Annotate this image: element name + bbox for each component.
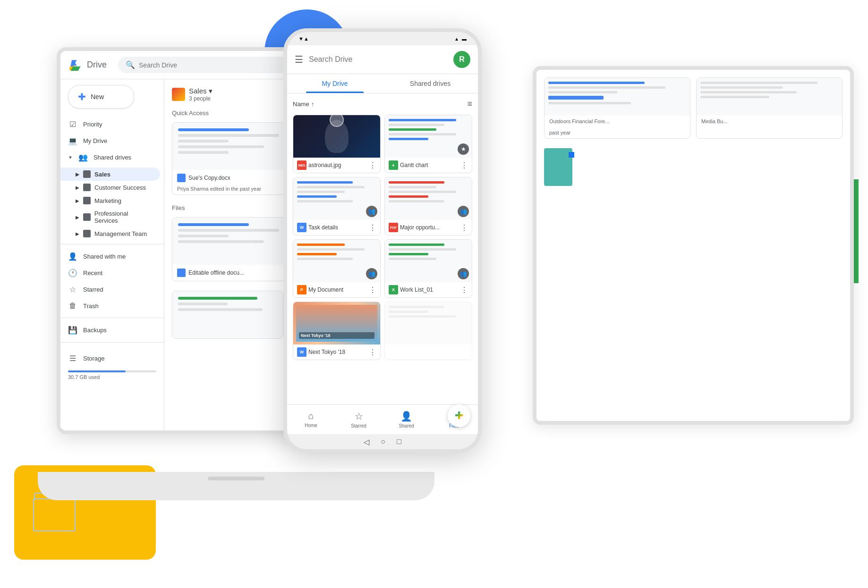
- phone-tabs: My Drive Shared drives: [287, 74, 478, 93]
- file-line: [178, 145, 264, 148]
- file-line: [178, 308, 263, 311]
- ps-folder-icon: [83, 213, 91, 221]
- expand-cs-icon: ▶: [76, 185, 79, 190]
- sidebar-item-trash[interactable]: 🗑 Trash: [60, 298, 160, 314]
- worklist-name: Work List_01: [400, 286, 459, 293]
- tokyo-thumb: Next Tokyo '18: [293, 302, 380, 344]
- file-card-task-details[interactable]: 👥 W Task details ⋮: [293, 177, 381, 235]
- task-more-icon[interactable]: ⋮: [369, 223, 376, 232]
- file-card-bottom[interactable]: [172, 291, 283, 339]
- lr-file-meta: past year: [545, 127, 690, 138]
- mydoc-more-icon[interactable]: ⋮: [369, 286, 376, 294]
- editable-name: Editable offline docu...: [188, 269, 280, 276]
- tab-my-drive[interactable]: My Drive: [287, 74, 383, 93]
- hamburger-menu-icon[interactable]: ☰: [295, 54, 303, 65]
- sidebar-item-sales[interactable]: ▶ Sales: [60, 168, 160, 181]
- shared-nav-icon: 👤: [400, 411, 412, 422]
- ppt-icon: P: [297, 285, 306, 294]
- list-view-icon[interactable]: ≡: [467, 99, 472, 109]
- drive-search-bar[interactable]: 🔍: [118, 57, 307, 73]
- avatar-button[interactable]: R: [453, 51, 470, 68]
- my-drive-icon: 💻: [68, 136, 77, 145]
- sidebar: ✚ New ☑ Priority 💻 My Drive ▼ 👥 Sha: [60, 79, 164, 430]
- astronaut-more-icon[interactable]: ⋮: [369, 161, 376, 170]
- sort-label: Name: [293, 101, 309, 108]
- file-card-work-list[interactable]: 👥 X Work List_01 ⋮: [384, 239, 472, 298]
- starred-icon: ☆: [68, 285, 77, 294]
- sidebar-item-marketing[interactable]: ▶ Marketing: [60, 194, 160, 207]
- phone-search-input[interactable]: [309, 55, 448, 64]
- tab-shared-drives[interactable]: Shared drives: [383, 74, 478, 93]
- sidebar-item-backups[interactable]: 💾 Backups: [60, 322, 160, 338]
- wifi-icon: ▲: [454, 36, 459, 42]
- drive-logo-icon: [68, 58, 83, 73]
- sidebar-item-priority[interactable]: ☑ Priority: [60, 116, 160, 133]
- file-line: [178, 140, 229, 143]
- mt-folder-icon: [83, 230, 91, 237]
- people-count: 3 people: [189, 95, 213, 102]
- sidebar-item-starred[interactable]: ☆ Starred: [60, 281, 160, 298]
- major-more-icon[interactable]: ⋮: [460, 223, 468, 232]
- file-line: [178, 240, 264, 243]
- sidebar-item-management-team[interactable]: ▶ Management Team: [60, 227, 160, 240]
- file-line: [178, 134, 279, 137]
- fab-icon: ✚: [455, 410, 463, 422]
- fab-button[interactable]: ✚: [448, 404, 470, 427]
- star-badge: ★: [458, 143, 469, 155]
- recents-gesture-icon[interactable]: □: [397, 437, 401, 446]
- backups-label: Backups: [83, 327, 107, 334]
- tokyo-label: Next Tokyo '18: [299, 332, 374, 339]
- sidebar-item-professional-services[interactable]: ▶ Professional Services: [60, 207, 160, 227]
- tokyo-file-info: W Next Tokyo '18 ⋮: [293, 344, 380, 360]
- file-card-astronaut[interactable]: IMG astronaut.jpg ⋮: [293, 115, 381, 173]
- nav-item-starred[interactable]: ☆ Starred: [335, 409, 383, 430]
- expand-ps-icon: ▶: [76, 215, 79, 220]
- storage-bar-fill: [68, 370, 126, 372]
- file-card-gantt[interactable]: ★ + Gantt chart ⋮: [384, 115, 472, 173]
- task-name: Task details: [308, 224, 367, 231]
- task-file-info: W Task details ⋮: [293, 220, 380, 235]
- home-gesture-icon[interactable]: ○: [381, 437, 385, 446]
- file-line: [178, 297, 257, 300]
- file-line: [178, 223, 249, 226]
- phone-header: ☰ R: [287, 45, 478, 74]
- back-gesture-icon[interactable]: ◁: [364, 437, 369, 446]
- shared-badge-task: 👥: [366, 206, 377, 217]
- gantt-file-info: + Gantt chart ⋮: [385, 158, 472, 173]
- battery-wifi: ▲ ▬: [454, 36, 467, 42]
- sidebar-item-my-drive[interactable]: 💻 My Drive: [60, 133, 160, 149]
- phone-content: Name ↑ ≡ I: [287, 93, 478, 404]
- xl-icon: X: [389, 285, 398, 294]
- storage-label: Storage: [83, 355, 105, 362]
- file-card-major-opportu[interactable]: 👥 PDF Major opportu... ⋮: [384, 177, 472, 235]
- customer-success-label: Customer Success: [94, 184, 146, 191]
- file-card-my-document[interactable]: 👥 P My Document ⋮: [293, 239, 381, 298]
- new-button[interactable]: ✚ New: [68, 85, 134, 109]
- file-card-tokyo[interactable]: Next Tokyo '18 W Next Tokyo '18 ⋮: [293, 302, 381, 360]
- sidebar-item-customer-success[interactable]: ▶ Customer Success: [60, 181, 160, 194]
- sidebar-item-shared-drives[interactable]: ▼ 👥 Shared drives: [60, 149, 160, 166]
- worklist-more-icon[interactable]: ⋮: [460, 286, 468, 294]
- home-nav-label: Home: [305, 423, 317, 428]
- sort-button[interactable]: Name ↑: [293, 101, 314, 108]
- major-thumb: 👥: [385, 177, 472, 220]
- file-line: [178, 229, 279, 232]
- tokyo-more-icon[interactable]: ⋮: [369, 348, 376, 357]
- nav-item-shared[interactable]: 👤 Shared: [383, 409, 430, 430]
- search-input[interactable]: [139, 61, 299, 69]
- file-line: [178, 235, 229, 237]
- sidebar-item-shared-with-me[interactable]: 👤 Shared with me: [60, 248, 160, 265]
- file-preview-editable: [172, 218, 285, 265]
- folder-avatar: [172, 88, 185, 101]
- gantt-more-icon[interactable]: ⋮: [460, 161, 468, 170]
- file-name: Sue's Copy.docx: [188, 175, 280, 181]
- astronaut-name: astronaut.jpg: [308, 162, 367, 168]
- shared-badge-worklist: 👥: [458, 268, 469, 279]
- file-card-sues-copy[interactable]: Sue's Copy.docx Priya Sharma edited in t…: [172, 122, 285, 195]
- file-preview: [172, 123, 285, 170]
- file-card-editable[interactable]: Editable offline docu...: [172, 217, 285, 281]
- sidebar-item-recent[interactable]: 🕐 Recent: [60, 265, 160, 281]
- nav-item-home[interactable]: ⌂ Home: [287, 409, 335, 430]
- file-line: [178, 151, 229, 154]
- sidebar-item-storage[interactable]: ☰ Storage: [68, 350, 153, 367]
